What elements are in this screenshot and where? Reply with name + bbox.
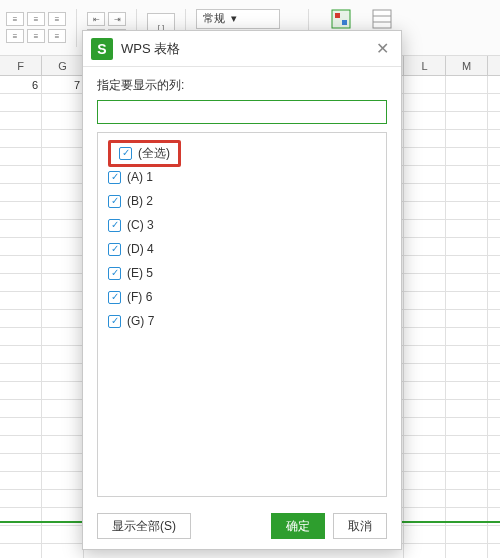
align-bottom-right-icon[interactable]: ≡: [48, 29, 66, 43]
cell[interactable]: [404, 418, 446, 435]
column-list[interactable]: (全选)(A) 1(B) 2(C) 3(D) 4(E) 5(F) 6(G) 7: [97, 132, 387, 497]
cell[interactable]: [446, 328, 488, 345]
cell[interactable]: [446, 274, 488, 291]
cell[interactable]: [42, 256, 84, 273]
cell[interactable]: [42, 166, 84, 183]
cell[interactable]: 6: [0, 76, 42, 93]
cell[interactable]: [0, 256, 42, 273]
cell[interactable]: [0, 544, 42, 558]
list-item[interactable]: (F) 6: [108, 285, 376, 309]
align-top-right-icon[interactable]: ≡: [48, 12, 66, 26]
cell[interactable]: [0, 238, 42, 255]
cell[interactable]: [446, 526, 488, 543]
cell[interactable]: [404, 364, 446, 381]
cell[interactable]: [446, 112, 488, 129]
list-item[interactable]: (E) 5: [108, 261, 376, 285]
cell[interactable]: [42, 346, 84, 363]
cell[interactable]: [42, 418, 84, 435]
cell[interactable]: [404, 184, 446, 201]
cell[interactable]: [0, 454, 42, 471]
cell[interactable]: [0, 94, 42, 111]
cell[interactable]: [42, 148, 84, 165]
cell[interactable]: [42, 544, 84, 558]
cell[interactable]: [446, 94, 488, 111]
cell[interactable]: [42, 436, 84, 453]
cell[interactable]: [446, 382, 488, 399]
checkbox-icon[interactable]: [108, 171, 121, 184]
cell[interactable]: [404, 400, 446, 417]
cell[interactable]: [0, 148, 42, 165]
list-item[interactable]: (全选): [108, 141, 376, 165]
cell[interactable]: [0, 526, 42, 543]
align-top-left-icon[interactable]: ≡: [6, 12, 24, 26]
cell[interactable]: [446, 76, 488, 93]
cell[interactable]: [404, 310, 446, 327]
cell[interactable]: [0, 202, 42, 219]
cell[interactable]: [42, 310, 84, 327]
cell[interactable]: [446, 364, 488, 381]
cell[interactable]: [404, 382, 446, 399]
cell[interactable]: [446, 400, 488, 417]
cell[interactable]: [42, 274, 84, 291]
cell[interactable]: [404, 112, 446, 129]
cell[interactable]: [0, 400, 42, 417]
cell[interactable]: [404, 328, 446, 345]
cell[interactable]: [0, 292, 42, 309]
cell[interactable]: [446, 346, 488, 363]
cell[interactable]: [0, 310, 42, 327]
cell[interactable]: [42, 202, 84, 219]
cell[interactable]: [404, 202, 446, 219]
checkbox-icon[interactable]: [108, 243, 121, 256]
checkbox-icon[interactable]: [108, 219, 121, 232]
cell[interactable]: [42, 454, 84, 471]
cell[interactable]: [446, 472, 488, 489]
cell[interactable]: [404, 148, 446, 165]
increase-indent-icon[interactable]: ⇥: [108, 12, 126, 26]
cell[interactable]: [404, 256, 446, 273]
column-header[interactable]: G: [42, 56, 84, 75]
cell[interactable]: [446, 310, 488, 327]
cell[interactable]: [404, 94, 446, 111]
cell[interactable]: [42, 292, 84, 309]
checkbox-icon[interactable]: [108, 291, 121, 304]
cancel-button[interactable]: 取消: [333, 513, 387, 539]
column-header[interactable]: F: [0, 56, 42, 75]
cell[interactable]: [446, 184, 488, 201]
cell[interactable]: [446, 454, 488, 471]
cell[interactable]: [446, 544, 488, 558]
list-item[interactable]: (G) 7: [108, 309, 376, 333]
cell[interactable]: [0, 328, 42, 345]
list-item[interactable]: (A) 1: [108, 165, 376, 189]
checkbox-icon[interactable]: [108, 195, 121, 208]
cell[interactable]: [446, 256, 488, 273]
cell[interactable]: [42, 382, 84, 399]
align-bottom-left-icon[interactable]: ≡: [6, 29, 24, 43]
show-all-button[interactable]: 显示全部(S): [97, 513, 191, 539]
cell[interactable]: [42, 220, 84, 237]
checkbox-icon[interactable]: [119, 147, 132, 160]
number-format-dropdown[interactable]: 常规 ▾: [196, 9, 280, 29]
cell[interactable]: [0, 382, 42, 399]
cell[interactable]: [0, 220, 42, 237]
cell[interactable]: [404, 454, 446, 471]
cell[interactable]: 7: [42, 76, 84, 93]
list-item[interactable]: (C) 3: [108, 213, 376, 237]
cell[interactable]: [404, 526, 446, 543]
cell[interactable]: [404, 238, 446, 255]
cell[interactable]: [0, 184, 42, 201]
cell[interactable]: [404, 76, 446, 93]
align-top-center-icon[interactable]: ≡: [27, 12, 45, 26]
search-input[interactable]: [97, 100, 387, 124]
cell[interactable]: [404, 166, 446, 183]
cell[interactable]: [404, 220, 446, 237]
cell[interactable]: [42, 112, 84, 129]
cell[interactable]: [42, 472, 84, 489]
list-item[interactable]: (B) 2: [108, 189, 376, 213]
ok-button[interactable]: 确定: [271, 513, 325, 539]
cell[interactable]: [404, 544, 446, 558]
cell[interactable]: [42, 238, 84, 255]
cell[interactable]: [42, 94, 84, 111]
cell[interactable]: [0, 490, 42, 507]
cell[interactable]: [0, 436, 42, 453]
cell[interactable]: [0, 364, 42, 381]
